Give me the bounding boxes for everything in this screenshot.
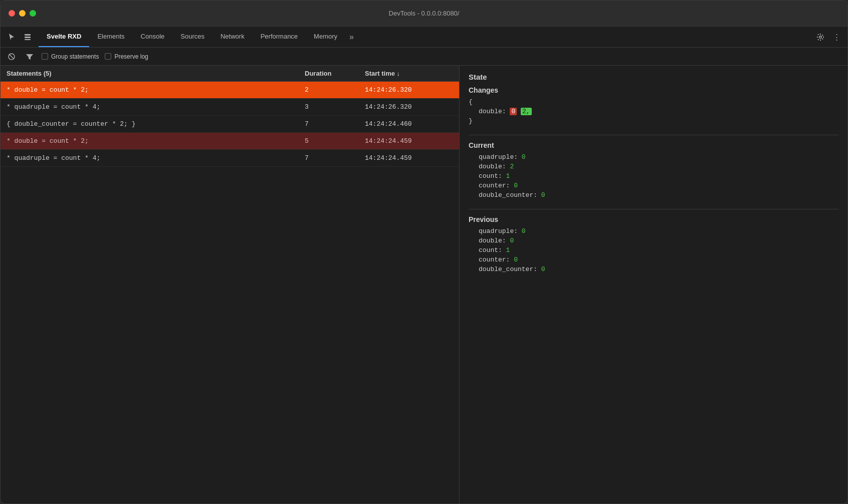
changes-double-line: double: 0 2, [469, 107, 838, 116]
previous-quadruple: quadruple: 0 [469, 226, 838, 236]
col-header-statements: Statements (5) [1, 66, 299, 81]
previous-title: Previous [469, 215, 838, 223]
svg-line-4 [9, 54, 14, 59]
table-row[interactable]: { double_counter = counter * 2; } 7 14:2… [1, 116, 459, 133]
start-time-cell: 14:24:26.320 [359, 82, 459, 98]
current-counter: counter: 0 [469, 181, 838, 190]
tabs: Svelte RXD Elements Console Sources Netw… [39, 27, 809, 47]
table-row[interactable]: * double = count * 2; 2 14:24:26.320 [1, 82, 459, 99]
start-time-cell: 14:24:24.459 [359, 150, 459, 166]
minimize-button[interactable] [19, 10, 26, 17]
divider [469, 135, 838, 135]
maximize-button[interactable] [30, 10, 36, 17]
statement-cell: * double = count * 2; [1, 133, 299, 149]
tab-sources[interactable]: Sources [172, 27, 213, 47]
previous-block: Previous quadruple: 0 double: 0 count: 1… [469, 215, 838, 274]
svg-rect-0 [25, 34, 31, 36]
table-header: Statements (5) Duration Start time ↓ [1, 66, 459, 82]
group-statements-checkbox[interactable] [42, 53, 48, 60]
previous-counter: counter: 0 [469, 255, 838, 265]
changes-close-brace: } [469, 116, 838, 126]
tab-actions: ⋮ [809, 27, 847, 47]
table-row[interactable]: * quadruple = count * 4; 3 14:24:26.320 [1, 99, 459, 116]
current-block: Current quadruple: 0 double: 2 count: 1 … [469, 141, 838, 200]
current-double-counter: double_counter: 0 [469, 190, 838, 200]
state-panel: State Changes { double: 0 2, } Current [460, 66, 847, 503]
statement-cell: * quadruple = count * 4; [1, 99, 299, 115]
changes-double-new: 2, [521, 108, 532, 115]
tab-bar: Svelte RXD Elements Console Sources Netw… [1, 27, 847, 48]
duration-cell: 2 [299, 82, 359, 98]
statement-cell: * double = count * 2; [1, 82, 299, 98]
toolbar: Group statements Preserve log [1, 48, 847, 66]
current-quadruple: quadruple: 0 [469, 152, 838, 162]
filter-icon[interactable] [24, 51, 36, 63]
tab-tools [1, 27, 39, 47]
group-statements-checkbox-label[interactable]: Group statements [42, 53, 99, 60]
start-time-cell: 14:24:24.460 [359, 116, 459, 132]
preserve-log-checkbox-label[interactable]: Preserve log [105, 53, 148, 60]
start-time-cell: 14:24:26.320 [359, 99, 459, 115]
start-time-cell: 14:24:24.459 [359, 133, 459, 149]
traffic-lights [9, 10, 36, 17]
preserve-log-checkbox[interactable] [105, 53, 111, 60]
changes-double-old: 0 [510, 108, 517, 115]
more-options-icon[interactable]: ⋮ [829, 30, 843, 44]
more-tabs-button[interactable]: » [345, 27, 358, 47]
statement-cell: * quadruple = count * 4; [1, 150, 299, 166]
tab-memory[interactable]: Memory [306, 27, 345, 47]
ban-icon[interactable] [6, 51, 18, 63]
changes-title: Changes [469, 86, 838, 94]
current-double: double: 2 [469, 162, 838, 171]
settings-icon[interactable] [813, 30, 827, 44]
tab-console[interactable]: Console [133, 27, 173, 47]
tab-elements[interactable]: Elements [89, 27, 132, 47]
table-body: * double = count * 2; 2 14:24:26.320 * q… [1, 82, 459, 503]
tab-svelte-rxd[interactable]: Svelte RXD [39, 27, 89, 47]
previous-double-counter: double_counter: 0 [469, 265, 838, 274]
table-row[interactable]: * double = count * 2; 5 14:24:24.459 [1, 133, 459, 150]
col-header-start-time: Start time ↓ [359, 66, 459, 81]
window-title: DevTools - 0.0.0.0:8080/ [389, 10, 460, 17]
cursor-icon[interactable] [5, 30, 19, 44]
svg-rect-1 [25, 37, 31, 38]
previous-double: double: 0 [469, 236, 838, 245]
layers-icon[interactable] [21, 30, 35, 44]
title-bar: DevTools - 0.0.0.0:8080/ [1, 1, 847, 27]
statement-cell: { double_counter = counter * 2; } [1, 116, 299, 132]
duration-cell: 7 [299, 150, 359, 166]
changes-block: Changes { double: 0 2, } [469, 86, 838, 126]
tab-network[interactable]: Network [213, 27, 253, 47]
current-count: count: 1 [469, 171, 838, 181]
duration-cell: 7 [299, 116, 359, 132]
duration-cell: 3 [299, 99, 359, 115]
table-row[interactable]: * quadruple = count * 4; 7 14:24:24.459 [1, 150, 459, 167]
svg-rect-2 [25, 39, 31, 40]
changes-double-label: double: [479, 108, 506, 115]
current-title: Current [469, 141, 838, 149]
duration-cell: 5 [299, 133, 359, 149]
statements-panel: Statements (5) Duration Start time ↓ * d… [1, 66, 460, 503]
changes-open-brace: { [469, 97, 838, 107]
main-content: Statements (5) Duration Start time ↓ * d… [1, 66, 847, 503]
tab-performance[interactable]: Performance [253, 27, 306, 47]
previous-count: count: 1 [469, 245, 838, 255]
state-title: State [469, 73, 838, 81]
divider [469, 209, 838, 209]
close-button[interactable] [9, 10, 15, 17]
col-header-duration: Duration [299, 66, 359, 81]
